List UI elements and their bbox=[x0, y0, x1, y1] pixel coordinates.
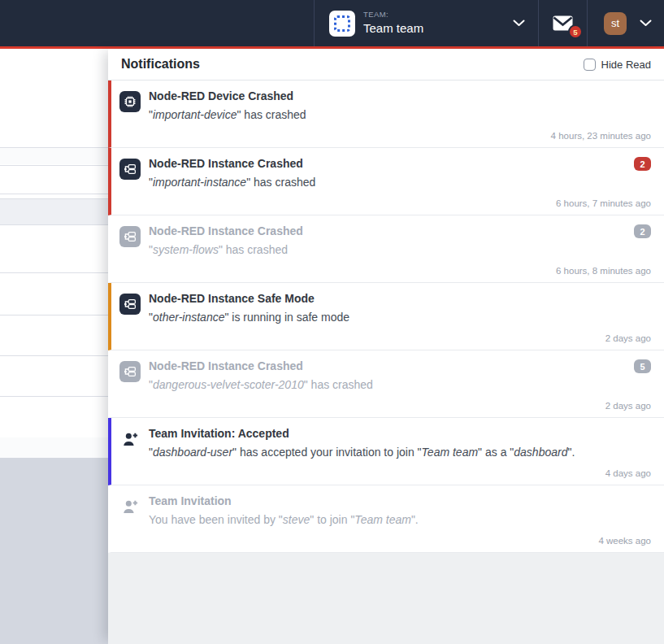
chip-icon bbox=[119, 91, 141, 112]
background-divider bbox=[0, 315, 114, 315]
team-label: TEAM: bbox=[363, 11, 423, 20]
notification-content: Node-RED Instance Crashed 2 "important-i… bbox=[149, 157, 651, 210]
notification-icon-wrap bbox=[119, 361, 141, 412]
background-divider bbox=[0, 198, 114, 199]
page-title: Notifications bbox=[121, 57, 200, 72]
notification-list: Node-RED Device Crashed "important-devic… bbox=[108, 80, 664, 553]
background-row bbox=[0, 437, 114, 458]
notification-timestamp: 4 weeks ago bbox=[149, 536, 651, 547]
nr-instance-icon bbox=[119, 294, 141, 315]
notification-message: You have been invited by "steve" to join… bbox=[149, 513, 651, 528]
background-divider bbox=[0, 147, 114, 148]
notification-item[interactable]: Team Invitation You have been invited by… bbox=[108, 485, 664, 553]
background-divider bbox=[0, 272, 114, 273]
drawer-footer bbox=[108, 553, 664, 644]
background-divider bbox=[0, 396, 114, 397]
notification-title: Node-RED Instance Crashed bbox=[149, 359, 303, 373]
notification-title: Node-RED Instance Crashed bbox=[149, 224, 303, 238]
top-navbar: TEAM: Team team 5 st bbox=[0, 0, 664, 49]
navbar-spacer bbox=[0, 0, 314, 46]
nr-instance-icon bbox=[119, 159, 141, 180]
notification-timestamp: 2 days ago bbox=[149, 333, 651, 345]
team-icon bbox=[329, 11, 355, 37]
notification-icon-wrap bbox=[119, 496, 141, 547]
notification-count-badge: 5 bbox=[634, 359, 651, 373]
hide-read-checkbox[interactable] bbox=[584, 59, 596, 71]
background-overlay bbox=[0, 458, 114, 644]
notification-icon-wrap bbox=[119, 294, 141, 345]
background-row bbox=[0, 148, 114, 164]
user-plus-icon bbox=[119, 429, 141, 450]
notifications-drawer: Notifications Hide Read bbox=[108, 49, 664, 644]
team-selector[interactable]: TEAM: Team team bbox=[314, 0, 538, 46]
notification-item[interactable]: Node-RED Instance Safe Mode "other-insta… bbox=[108, 283, 664, 350]
notification-message: "system-flows" has crashed bbox=[149, 243, 651, 258]
notification-title: Team Invitation bbox=[149, 494, 232, 508]
notification-icon-wrap bbox=[119, 226, 141, 277]
notification-item[interactable]: Node-RED Instance Crashed 5 "dangerous-v… bbox=[108, 350, 664, 418]
notification-title: Team Invitation: Accepted bbox=[149, 427, 289, 441]
chevron-down-icon bbox=[640, 20, 652, 27]
avatar: st bbox=[604, 12, 627, 35]
notification-item[interactable]: Node-RED Instance Crashed 2 "important-i… bbox=[108, 148, 664, 215]
notification-icon-wrap bbox=[119, 429, 141, 480]
nr-instance-icon bbox=[119, 226, 141, 247]
notification-timestamp: 6 hours, 7 minutes ago bbox=[149, 198, 651, 210]
notification-item[interactable]: Node-RED Instance Crashed 2 "system-flow… bbox=[108, 215, 664, 283]
notification-content: Node-RED Device Crashed "important-devic… bbox=[149, 89, 651, 142]
notifications-button[interactable]: 5 bbox=[538, 0, 587, 46]
team-name: Team team bbox=[363, 21, 423, 35]
background-divider bbox=[0, 194, 114, 194]
notification-title: Node-RED Instance Safe Mode bbox=[149, 292, 315, 306]
background-divider bbox=[0, 355, 114, 356]
notification-timestamp: 2 days ago bbox=[149, 401, 651, 412]
notification-timestamp: 4 hours, 23 minutes ago bbox=[149, 131, 651, 142]
notification-title: Node-RED Instance Crashed bbox=[149, 157, 303, 171]
background-row bbox=[0, 199, 114, 224]
notification-message: "important-instance" has crashed bbox=[149, 176, 651, 190]
notification-content: Team Invitation You have been invited by… bbox=[149, 494, 651, 547]
notification-timestamp: 4 days ago bbox=[149, 468, 651, 480]
user-menu[interactable]: st bbox=[587, 0, 664, 46]
drawer-header: Notifications Hide Read bbox=[108, 49, 664, 80]
notification-item[interactable]: Team Invitation: Accepted "dashboard-use… bbox=[108, 418, 664, 485]
notification-message: "dashboard-user" has accepted your invit… bbox=[149, 446, 651, 460]
notification-title: Node-RED Device Crashed bbox=[149, 89, 293, 103]
notification-icon-wrap bbox=[119, 91, 141, 142]
notification-content: Node-RED Instance Crashed 2 "system-flow… bbox=[149, 224, 651, 277]
notification-content: Node-RED Instance Crashed 5 "dangerous-v… bbox=[149, 359, 651, 412]
notification-message: "dangerous-velvet-scoter-2010" has crash… bbox=[149, 378, 651, 393]
notification-content: Team Invitation: Accepted "dashboard-use… bbox=[149, 427, 651, 480]
hide-read-label: Hide Read bbox=[601, 59, 651, 71]
notification-message: "other-instance" is running in safe mode bbox=[149, 311, 651, 325]
notification-item[interactable]: Node-RED Device Crashed "important-devic… bbox=[108, 80, 664, 148]
nr-instance-icon bbox=[119, 361, 141, 382]
background-divider bbox=[0, 224, 114, 225]
hide-read-toggle[interactable]: Hide Read bbox=[584, 59, 651, 71]
user-plus-icon bbox=[119, 496, 141, 517]
chevron-down-icon bbox=[513, 20, 525, 27]
background-page bbox=[0, 49, 114, 644]
notification-count-badge: 2 bbox=[634, 157, 651, 171]
notification-icon-wrap bbox=[119, 159, 141, 210]
notification-message: "important-device" has crashed bbox=[149, 108, 651, 123]
notification-count-badge: 2 bbox=[634, 224, 651, 238]
unread-count-badge: 5 bbox=[568, 24, 583, 39]
background-divider bbox=[0, 165, 114, 166]
notification-timestamp: 6 hours, 8 minutes ago bbox=[149, 266, 651, 277]
notification-content: Node-RED Instance Safe Mode "other-insta… bbox=[149, 292, 651, 345]
